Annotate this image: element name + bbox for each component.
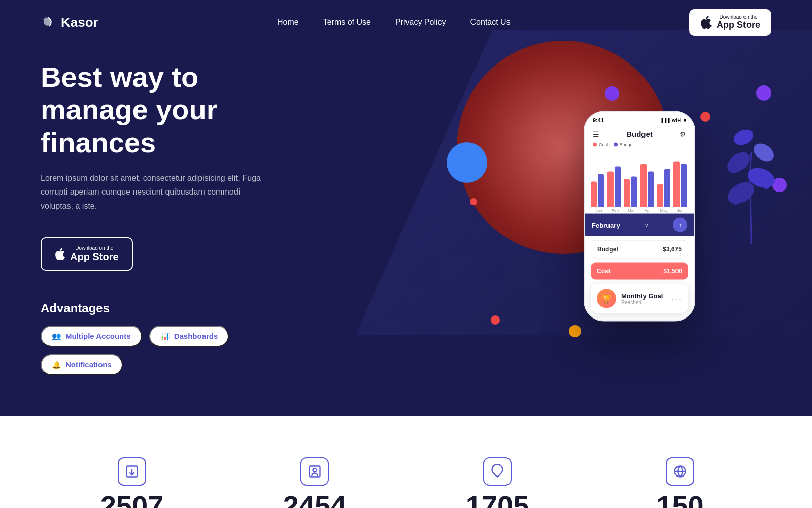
label-jun: Jun: [672, 208, 688, 213]
phone-time: 9:41: [593, 117, 604, 123]
red-dot-3: [491, 315, 500, 325]
chart-group-feb: [607, 167, 622, 207]
chart-group-mar: [624, 177, 638, 207]
feb-chevron-icon: ∨: [645, 222, 648, 228]
stat-reviews: 1705 Reviews: [406, 447, 589, 508]
wifi-icon: WiFi: [672, 118, 682, 123]
legend-cost: Cost: [593, 142, 608, 147]
pill-notifications-label: Notifications: [65, 360, 112, 369]
pill-multiple-accounts-label: Multiple Accounts: [65, 332, 131, 340]
bar-mar-budget: [631, 177, 637, 207]
logo[interactable]: Kasor: [41, 14, 98, 30]
nav-contact[interactable]: Contact Us: [470, 18, 511, 27]
bar-jan-cost: [591, 182, 597, 207]
chart-x-labels: Jan Feb Mar Apr May Jun: [585, 207, 694, 214]
nav-privacy[interactable]: Privacy Policy: [395, 18, 446, 27]
bar-feb-budget: [615, 167, 621, 207]
phone-menu-icon: ☰: [593, 130, 599, 138]
monthly-goal-card: 🏆 Monthly Goal Reached ···: [591, 284, 688, 313]
goal-icon: 🏆: [597, 289, 616, 308]
pill-dashboards[interactable]: 📊 Dashboards: [149, 326, 229, 347]
bar-may-cost: [657, 184, 663, 207]
followers-icon: [300, 457, 329, 486]
header-appstore-big: App Store: [717, 20, 760, 30]
phone-header: ☰ Budget ⚙: [585, 125, 694, 142]
phone-status-icons: ▐▐▐ WiFi ■: [660, 118, 687, 123]
goal-text: Monthly Goal Reached: [621, 292, 666, 305]
bar-apr-budget: [648, 172, 654, 207]
label-apr: Apr: [639, 208, 656, 213]
hero-appstore-button[interactable]: Download on the App Store: [41, 237, 133, 271]
chart-group-jan: [591, 174, 605, 207]
chart-group-apr: [640, 164, 655, 207]
legend-budget: Budget: [614, 142, 634, 147]
legend-budget-label: Budget: [620, 142, 634, 147]
label-feb: Feb: [607, 208, 623, 213]
hero-section: Best way to manage your finances Lorem i…: [0, 0, 812, 416]
stat-countries-number: 150: [656, 492, 703, 508]
stat-download-number: 2507: [100, 492, 164, 508]
pill-notifications[interactable]: 🔔 Notifications: [41, 354, 123, 375]
battery-icon: ■: [684, 118, 686, 123]
bar-mar-cost: [624, 179, 630, 207]
hero-appstore-big: App Store: [70, 251, 119, 263]
dashboards-icon: 📊: [160, 332, 170, 341]
advantages-pills: 👥 Multiple Accounts 📊 Dashboards 🔔 Notif…: [41, 326, 304, 375]
svg-point-6: [763, 182, 770, 189]
phone-february-section: February ∨ ↑: [585, 214, 694, 236]
pill-dashboards-label: Dashboards: [174, 332, 218, 340]
reviews-icon: [483, 457, 512, 486]
cost-row: Cost $1,500: [591, 263, 688, 280]
nav-terms[interactable]: Terms of Use: [323, 18, 371, 27]
hero-title: Best way to manage your finances: [41, 61, 304, 159]
chart-group-may: [657, 169, 672, 207]
bar-jun-cost: [673, 162, 680, 207]
budget-value: $3,675: [663, 246, 682, 253]
bar-jun-budget: [681, 164, 687, 207]
header-appstore-small: Download on the: [717, 14, 760, 20]
hero-apple-icon: [55, 248, 65, 260]
blue-circle: [447, 142, 487, 183]
accounts-icon: 👥: [52, 332, 61, 341]
nav-home[interactable]: Home: [277, 18, 299, 27]
cost-dot: [593, 143, 597, 147]
advantages-title: Advantages: [41, 301, 304, 315]
bar-jan-budget: [598, 174, 604, 207]
bar-chart: [585, 151, 694, 207]
stats-section: 2507 Download 2454 Followers 1705 Review…: [0, 416, 812, 508]
goal-subtitle: Reached: [621, 300, 666, 305]
bar-may-budget: [664, 169, 670, 207]
label-jan: Jan: [591, 208, 607, 213]
bar-feb-cost: [607, 172, 614, 207]
legend-cost-label: Cost: [599, 142, 608, 147]
yellow-circle: [569, 325, 581, 337]
signal-icon: ▐▐▐: [660, 118, 670, 123]
phone-filter-icon: ⚙: [680, 130, 686, 138]
phone-mockup: 9:41 ▐▐▐ WiFi ■ ☰ Budget ⚙ Cost: [584, 111, 695, 322]
apple-icon: [700, 16, 712, 29]
stat-followers-number: 2454: [283, 492, 347, 508]
goal-more-icon[interactable]: ···: [671, 293, 682, 304]
hero-subtitle: Lorem ipsum dolor sit amet, consectetur …: [41, 171, 274, 213]
bar-apr-cost: [640, 164, 647, 207]
phone-budget-title: Budget: [626, 130, 653, 138]
svg-point-10: [313, 468, 317, 472]
budget-row: Budget $3,675: [591, 240, 688, 259]
goal-title: Monthly Goal: [621, 292, 666, 300]
main-nav: Home Terms of Use Privacy Policy Contact…: [277, 18, 511, 27]
red-dot-2: [470, 198, 477, 205]
budget-label: Budget: [597, 246, 618, 253]
stat-reviews-number: 1705: [466, 492, 529, 508]
chart-group-jun: [673, 162, 688, 207]
notifications-icon: 🔔: [52, 360, 61, 369]
phone-up-button[interactable]: ↑: [673, 218, 687, 232]
cost-label: Cost: [597, 268, 611, 275]
stat-download: 2507 Download: [41, 447, 223, 508]
cost-value: $1,500: [663, 268, 682, 275]
logo-icon: [41, 14, 57, 30]
advantages-section: Advantages 👥 Multiple Accounts 📊 Dashboa…: [41, 301, 304, 375]
header-appstore-button[interactable]: Download on the App Store: [689, 9, 771, 36]
countries-icon: [666, 457, 694, 486]
pill-multiple-accounts[interactable]: 👥 Multiple Accounts: [41, 326, 142, 347]
purple-circle-tl: [605, 86, 619, 101]
